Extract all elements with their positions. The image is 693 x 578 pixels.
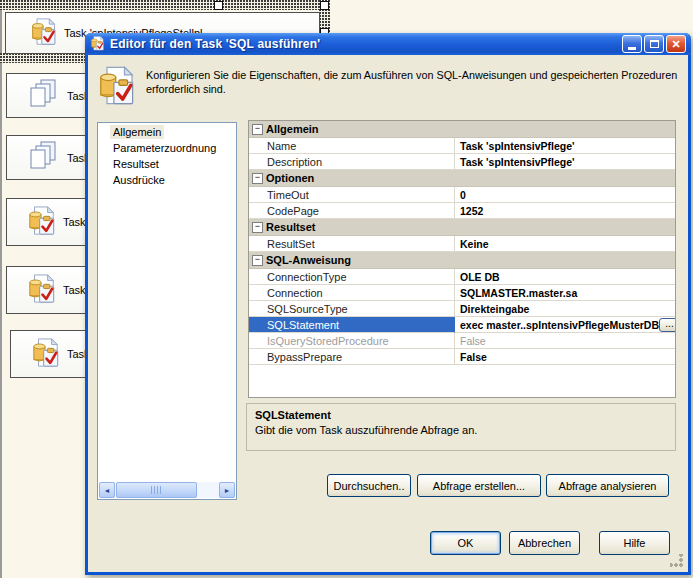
dialog-description: Konfigurieren Sie die Eigenschaften, die… — [146, 68, 681, 96]
property-row[interactable]: TimeOut0 — [249, 187, 675, 203]
property-value: SQLMASTER.master.sa — [460, 285, 577, 301]
property-label: TimeOut — [249, 187, 455, 203]
scrollbar-track[interactable] — [115, 482, 219, 498]
property-value: OLE DB — [460, 269, 500, 285]
collapse-icon[interactable]: − — [252, 173, 263, 184]
property-value: 1252 — [460, 203, 483, 219]
help-button-label: Hilfe — [623, 537, 645, 549]
close-button[interactable]: ✕ — [666, 35, 686, 53]
property-category[interactable]: −SQL-Anweisung — [249, 252, 675, 269]
execute-sql-task-icon — [97, 66, 137, 108]
property-row[interactable]: ConnectionSQLMASTER.master.sa — [249, 285, 675, 301]
scrollbar-grip-icon — [151, 486, 162, 494]
maximize-icon — [650, 40, 659, 48]
designer-canvas: Task 'spIntensivPflegeStellplTask 'Task … — [0, 0, 693, 578]
dialog-client-area: Konfigurieren Sie die Eigenschaften, die… — [88, 55, 688, 572]
property-label: ResultSet — [249, 236, 455, 252]
collapse-icon[interactable]: − — [252, 124, 263, 135]
property-value: False — [460, 333, 486, 349]
dialog-title: Editor für den Task 'SQL ausführen' — [110, 37, 320, 51]
property-category[interactable]: −Resultset — [249, 219, 675, 236]
minimize-icon — [628, 47, 636, 50]
ellipsis-button[interactable]: ... — [659, 318, 675, 332]
documents-icon — [27, 78, 61, 112]
scroll-left-icon: ◄ — [104, 487, 111, 494]
browse-button[interactable]: Durchsuchen.. — [327, 474, 411, 497]
property-help-title: SQLStatement — [255, 409, 667, 421]
sql-task-icon — [30, 18, 58, 46]
property-value: Task 'spIntensivPflege' — [460, 154, 575, 170]
sql-task-icon — [27, 274, 57, 304]
cancel-button-label: Abbrechen — [518, 537, 571, 549]
property-value: exec master..spIntensivPflegeMusterDB — [460, 317, 659, 333]
scroll-right-button[interactable]: ► — [219, 482, 235, 498]
resize-grip[interactable] — [670, 554, 683, 567]
minimize-button[interactable] — [622, 35, 642, 53]
property-row[interactable]: CodePage1252 — [249, 203, 675, 219]
sql-task-icon — [97, 66, 137, 106]
property-label: Description — [249, 154, 455, 170]
property-label: SQLStatement — [249, 317, 455, 333]
ok-button-label: OK — [458, 537, 474, 549]
dialog-titlebar[interactable]: Editor für den Task 'SQL ausführen' ✕ — [85, 33, 691, 55]
property-label: BypassPrepare — [249, 349, 455, 365]
property-category[interactable]: −Optionen — [249, 170, 675, 187]
property-help-panel: SQLStatement Gibt die vom Task auszuführ… — [246, 403, 676, 451]
sql-task-icon — [27, 206, 57, 236]
property-grid: −AllgemeinNameTask 'spIntensivPflege'Des… — [248, 120, 676, 398]
property-row[interactable]: NameTask 'spIntensivPflege' — [249, 138, 675, 154]
property-row[interactable]: ConnectionTypeOLE DB — [249, 269, 675, 285]
cancel-button[interactable]: Abbrechen — [509, 531, 580, 555]
close-icon: ✕ — [671, 39, 680, 50]
nav-item[interactable]: Resultset — [110, 157, 162, 171]
nav-item[interactable]: Parameterzuordnung — [110, 141, 219, 155]
property-value: 0 — [460, 187, 466, 203]
property-help-text: Gibt die vom Task auszuführende Abfrage … — [255, 424, 667, 436]
property-value: False — [460, 349, 487, 365]
sql-task-icon — [31, 338, 61, 368]
scrollbar-thumb[interactable] — [116, 482, 197, 498]
property-row[interactable]: IsQueryStoredProcedureFalse — [249, 333, 675, 349]
build-query-button[interactable]: Abfrage erstellen... — [417, 474, 541, 497]
canvas-left-edge — [0, 0, 2, 578]
property-label: Name — [249, 138, 455, 154]
browse-button-label: Durchsuchen.. — [334, 480, 405, 492]
scroll-left-button[interactable]: ◄ — [99, 482, 115, 498]
property-value: Direkteingabe — [460, 301, 529, 317]
property-value: Keine — [460, 236, 489, 252]
property-label: CodePage — [249, 203, 455, 219]
nav-item[interactable]: Allgemein — [110, 125, 164, 139]
help-button[interactable]: Hilfe — [599, 531, 670, 555]
pages-list: AllgemeinParameterzuordnungResultsetAusd… — [97, 122, 237, 500]
maximize-button[interactable] — [644, 35, 664, 53]
parse-query-button[interactable]: Abfrage analysieren — [546, 474, 669, 497]
documents-icon — [27, 140, 61, 174]
parse-query-button-label: Abfrage analysieren — [559, 480, 657, 492]
property-label: Connection — [249, 285, 455, 301]
nav-item[interactable]: Ausdrücke — [110, 173, 168, 187]
property-row[interactable]: SQLSourceTypeDirekteingabe — [249, 301, 675, 317]
property-row[interactable]: SQLStatementexec master..spIntensivPfleg… — [249, 317, 675, 333]
horizontal-scrollbar[interactable]: ◄ ► — [99, 482, 235, 498]
scroll-right-icon: ► — [224, 487, 231, 494]
category-label: Allgemein — [266, 121, 319, 137]
collapse-icon[interactable]: − — [252, 222, 263, 233]
selection-handle[interactable] — [320, 1, 329, 10]
category-label: Resultset — [266, 219, 316, 235]
property-label: ConnectionType — [249, 269, 455, 285]
property-label: IsQueryStoredProcedure — [249, 333, 455, 349]
property-category[interactable]: −Allgemein — [249, 121, 675, 138]
property-row[interactable]: DescriptionTask 'spIntensivPflege' — [249, 154, 675, 170]
selection-handle[interactable] — [214, 1, 223, 10]
selection-hatch-top — [0, 0, 330, 10]
property-row[interactable]: BypassPrepareFalse — [249, 349, 675, 365]
category-label: SQL-Anweisung — [266, 252, 351, 268]
dialog-window: Editor für den Task 'SQL ausführen' ✕ Ko… — [85, 33, 691, 575]
ok-button[interactable]: OK — [430, 531, 501, 555]
collapse-icon[interactable]: − — [252, 255, 263, 266]
property-label: SQLSourceType — [249, 301, 455, 317]
sql-task-icon — [90, 36, 105, 51]
category-label: Optionen — [266, 170, 314, 186]
build-query-button-label: Abfrage erstellen... — [433, 480, 525, 492]
property-row[interactable]: ResultSetKeine — [249, 236, 675, 252]
